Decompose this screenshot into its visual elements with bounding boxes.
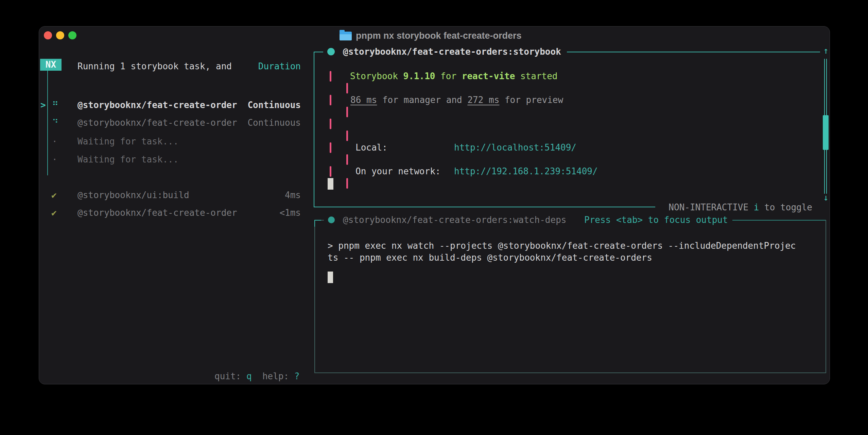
- panel-border-bottom: [314, 372, 826, 373]
- minimize-button[interactable]: [56, 31, 64, 39]
- window-title: pnpm nx storybook feat-create-orders: [356, 29, 522, 42]
- manager-time: 86 ms: [350, 95, 377, 105]
- task-name: @storybooknx/feat-create-order: [77, 117, 237, 129]
- check-icon: ✔: [51, 189, 57, 201]
- close-button[interactable]: [44, 31, 52, 39]
- folder-icon: [340, 32, 352, 40]
- task-duration: 4ms: [285, 189, 301, 201]
- local-label: Local:: [355, 142, 387, 154]
- storybook-version: 9.1.10: [403, 71, 435, 81]
- waiting-task-label: Waiting for task...: [77, 154, 178, 166]
- local-url-link[interactable]: http://localhost:51409/: [454, 142, 576, 154]
- panel-corner-accent: [314, 220, 315, 227]
- command-line: ts -- pnpm exec nx build-deps @storybook…: [328, 252, 652, 264]
- storybook-output-panel: @storybooknx/feat-create-orders:storyboo…: [314, 52, 820, 207]
- running-status-dot: [328, 216, 335, 223]
- task-row[interactable]: @storybooknx/feat-create-order Continuou…: [77, 117, 301, 129]
- nx-logo-badge: NX: [40, 59, 62, 71]
- task-status: Continuous: [247, 117, 301, 129]
- watch-panel-title: @storybooknx/feat-create-orders:watch-de…: [343, 214, 566, 226]
- scrollbar-thumb[interactable]: [823, 115, 829, 150]
- progress-tick: [346, 178, 348, 189]
- selected-task-pointer: >: [40, 99, 46, 111]
- terminal-cursor: [328, 178, 333, 190]
- panel-corner-accent: [314, 220, 321, 221]
- task-tree-line: [47, 71, 48, 175]
- timing-text: for manager and: [377, 95, 467, 105]
- running-status-dot: [327, 48, 335, 55]
- scroll-down-arrow-icon[interactable]: ↓: [821, 192, 831, 204]
- watch-deps-panel: @storybooknx/feat-create-orders:watch-de…: [314, 220, 826, 373]
- interactive-mode-status: NON-INTERACTIVE i to toggle: [654, 202, 812, 213]
- storybook-started-line: Storybook 9.1.10 for react-vite started: [350, 70, 558, 82]
- progress-tick: [330, 119, 331, 129]
- panel-border-left: [314, 52, 314, 207]
- task-duration: <1ms: [279, 207, 301, 219]
- progress-tick: [330, 166, 331, 177]
- help-key: ?: [294, 371, 300, 381]
- quit-key: q: [246, 371, 252, 381]
- bullet-icon: ·: [52, 154, 57, 166]
- zoom-button[interactable]: [68, 31, 76, 39]
- panel-border-top: [314, 52, 323, 52]
- waiting-task-label: Waiting for task...: [77, 136, 178, 147]
- spinner-icon: ⠛: [52, 99, 58, 111]
- terminal-window: pnpm nx storybook feat-create-orders NX …: [39, 26, 830, 384]
- builder-name: react-vite: [462, 71, 515, 81]
- task-list-summary: Running 1 storybook task, and: [77, 60, 232, 72]
- started-text: started: [515, 71, 557, 81]
- task-row[interactable]: @storybooknx/feat-create-order Continuou…: [77, 99, 301, 111]
- completed-task-row[interactable]: @storybooknx/feat-create-order <1ms: [77, 207, 301, 219]
- panel-border-bottom: [314, 207, 655, 207]
- titlebar[interactable]: pnpm nx storybook feat-create-orders: [39, 27, 830, 46]
- storybook-panel-title: @storybooknx/feat-create-orders:storyboo…: [343, 46, 561, 58]
- toggle-key: i: [754, 202, 759, 212]
- network-url-link[interactable]: http://192.168.1.239:51409/: [454, 166, 598, 177]
- progress-tick: [330, 95, 331, 105]
- check-icon: ✔: [51, 207, 57, 219]
- help-label: help:: [262, 371, 289, 381]
- task-name: @storybooknx/feat-create-order: [77, 99, 237, 111]
- task-status: Continuous: [247, 99, 301, 111]
- task-name: @storybooknx/ui:build: [77, 189, 189, 201]
- task-name: @storybooknx/feat-create-order: [77, 207, 237, 219]
- progress-tick: [330, 71, 331, 82]
- panel-border-right: [826, 220, 826, 373]
- network-label: On your network:: [355, 166, 440, 177]
- progress-tick: [346, 107, 348, 117]
- progress-tick: [346, 83, 348, 93]
- progress-tick: [330, 142, 331, 153]
- toggle-hint: to toggle: [764, 202, 812, 212]
- bullet-icon: ·: [52, 136, 57, 147]
- command-line: > pnpm exec nx watch --projects @storybo…: [328, 240, 796, 252]
- panel-border-top: [567, 52, 820, 52]
- duration-column-header: Duration: [258, 60, 301, 72]
- started-text: Storybook: [350, 71, 403, 81]
- task-list-header: Running 1 storybook task, and Duration: [77, 60, 301, 72]
- panel-border-top: [732, 220, 826, 221]
- quit-label: quit:: [214, 371, 241, 381]
- mode-label: NON-INTERACTIVE: [669, 202, 748, 212]
- scroll-up-arrow-icon[interactable]: ↑: [821, 45, 831, 57]
- progress-tick: [346, 154, 348, 165]
- panel-border-left: [314, 220, 315, 373]
- timing-text: for preview: [499, 95, 563, 105]
- progress-tick: [346, 130, 348, 141]
- keybinding-footer: quit: q help: ?: [214, 370, 300, 382]
- terminal-cursor: [328, 272, 333, 283]
- spinner-icon: ⠙: [52, 117, 58, 129]
- started-text: for: [435, 71, 462, 81]
- focus-output-hint: Press <tab> to focus output: [584, 214, 728, 226]
- preview-time: 272 ms: [467, 95, 499, 105]
- build-timing-line: 86 ms for manager and 272 ms for preview: [350, 94, 563, 106]
- completed-task-row[interactable]: @storybooknx/ui:build 4ms: [77, 189, 301, 201]
